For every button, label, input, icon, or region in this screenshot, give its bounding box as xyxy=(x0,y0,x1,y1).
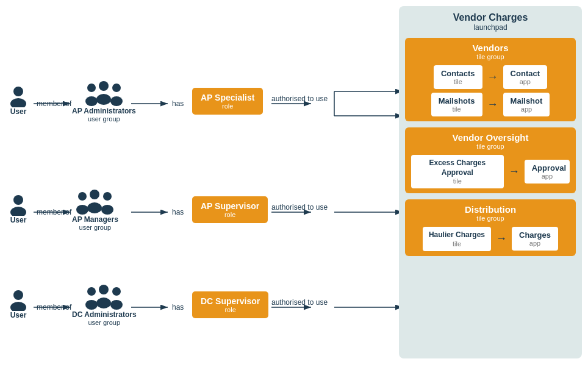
vendors-tile-group: Vendors tile group Contacts tile → Conta… xyxy=(405,38,576,121)
svg-point-40 xyxy=(110,300,123,310)
member-of-label-1: member of xyxy=(37,99,71,108)
ap-managers-group: AP Managers user group xyxy=(72,188,118,231)
distribution-tile-group: Distribution tile group Haulier Charges … xyxy=(405,199,576,256)
dc-supervisor-role: DC Supervisor role xyxy=(192,291,268,318)
svg-point-26 xyxy=(96,94,111,105)
ap-administrators-group: AP Administrators user group xyxy=(72,79,136,123)
ap-administrators-type: user group xyxy=(88,115,120,123)
ap-managers-label: AP Managers xyxy=(72,215,118,224)
haulier-charges-tile: Haulier Charges tile xyxy=(423,227,491,251)
svg-point-21 xyxy=(87,84,96,92)
svg-point-22 xyxy=(85,96,98,106)
svg-point-34 xyxy=(87,202,102,213)
ap-supervisor-sub: role xyxy=(201,211,259,218)
user-3-label: User xyxy=(10,311,27,319)
ap-specialist-sub: role xyxy=(201,102,254,110)
svg-point-31 xyxy=(103,192,112,201)
user-2: User xyxy=(7,194,29,224)
svg-point-19 xyxy=(13,87,23,96)
launchpad-container: Vendor Charges launchpad Vendors tile gr… xyxy=(399,6,582,358)
contacts-tile: Contacts tile xyxy=(434,65,482,89)
authorised-label-3: authorised to use xyxy=(271,298,328,307)
user-1-icon xyxy=(7,85,29,107)
launchpad-subtitle: launchpad xyxy=(405,23,576,32)
user-2-icon xyxy=(7,194,29,216)
launchpad-title: Vendor Charges xyxy=(405,12,576,23)
has-label-3: has xyxy=(172,302,184,312)
member-of-label-2: member of xyxy=(37,207,71,216)
svg-point-39 xyxy=(112,287,121,296)
svg-point-33 xyxy=(90,190,99,199)
ap-specialist-role: AP Specialist role xyxy=(192,88,263,115)
dc-supervisor-label: DC Supervisor xyxy=(201,296,260,306)
diagram: Vendor Charges launchpad Vendors tile gr… xyxy=(0,0,588,367)
svg-point-28 xyxy=(10,207,26,216)
contact-app: Contact app xyxy=(503,65,547,89)
has-label-2: has xyxy=(172,207,184,216)
svg-point-36 xyxy=(10,302,26,311)
ap-supervisor-label: AP Supervisor xyxy=(201,201,259,211)
authorised-label-2: authorised to use xyxy=(271,202,328,212)
ap-managers-icon xyxy=(75,188,115,215)
vendors-group-subtitle: tile group xyxy=(411,53,570,60)
ap-managers-type: user group xyxy=(79,224,112,231)
svg-point-20 xyxy=(10,98,26,107)
charges-app: Charges app xyxy=(512,227,558,251)
has-label-1: has xyxy=(172,99,184,108)
excess-charges-approval-tile: Excess Charges Approval tile xyxy=(411,155,504,188)
ap-administrators-label: AP Administrators xyxy=(72,107,136,115)
user-3: User xyxy=(7,289,29,319)
user-3-icon xyxy=(7,289,29,311)
dc-administrators-group: DC Administrators user group xyxy=(72,283,137,326)
vendor-oversight-subtitle: tile group xyxy=(411,143,570,150)
mailshots-tile: Mailshots tile xyxy=(431,93,482,116)
ap-specialist-label: AP Specialist xyxy=(201,93,254,102)
svg-point-30 xyxy=(76,205,88,215)
svg-point-37 xyxy=(87,287,96,296)
user-1: User xyxy=(7,85,29,116)
vendor-oversight-title: Vendor Oversight xyxy=(411,132,570,143)
distribution-title: Distribution xyxy=(411,204,570,215)
dc-administrators-icon xyxy=(84,283,124,310)
vendor-oversight-tile-group: Vendor Oversight tile group Excess Charg… xyxy=(405,127,576,193)
vendors-group-title: Vendors xyxy=(411,43,570,53)
svg-point-29 xyxy=(78,192,87,201)
authorised-label-1: authorised to use xyxy=(271,94,328,103)
distribution-subtitle: tile group xyxy=(411,215,570,222)
mailshot-app: Mailshot app xyxy=(503,93,550,116)
user-1-label: User xyxy=(10,107,27,116)
svg-point-35 xyxy=(13,290,23,300)
approval-app: Approval app xyxy=(525,160,570,184)
user-2-label: User xyxy=(10,216,27,224)
svg-point-27 xyxy=(13,195,23,205)
svg-point-42 xyxy=(96,298,111,308)
dc-supervisor-sub: role xyxy=(201,306,260,313)
member-of-label-3: member of xyxy=(37,302,71,312)
dc-administrators-label: DC Administrators xyxy=(72,310,137,319)
svg-point-24 xyxy=(110,96,123,106)
svg-point-25 xyxy=(99,81,109,91)
svg-point-23 xyxy=(112,84,121,92)
dc-administrators-type: user group xyxy=(88,319,120,326)
svg-point-41 xyxy=(99,285,109,294)
ap-administrators-icon xyxy=(84,79,124,107)
svg-point-38 xyxy=(85,300,98,310)
svg-point-32 xyxy=(101,205,113,215)
ap-supervisor-role: AP Supervisor role xyxy=(192,196,268,223)
